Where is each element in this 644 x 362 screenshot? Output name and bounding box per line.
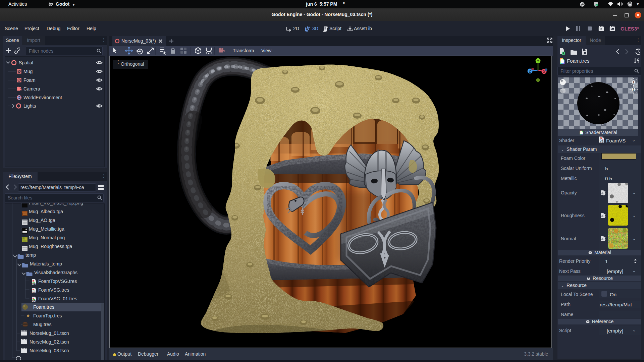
svg-text:VisualShaderGraphs: VisualShaderGraphs	[34, 270, 77, 275]
svg-text:FoamTopVSG.tres: FoamTopVSG.tres	[38, 279, 77, 284]
svg-text:Foam_VC_Mask_Top.png: Foam_VC_Mask_Top.png	[29, 203, 83, 205]
svg-text:View: View	[261, 48, 272, 53]
svg-text:Mug_AO.tga: Mug_AO.tga	[29, 218, 55, 223]
svg-text:FoamVSG_01.tres: FoamVSG_01.tres	[38, 296, 77, 301]
svg-text:Spatial: Spatial	[19, 60, 33, 65]
svg-text:Mug_Albedo.tga: Mug_Albedo.tga	[29, 209, 63, 214]
svg-text:VS: VS	[32, 282, 36, 285]
svg-text:Mug: Mug	[23, 69, 33, 74]
svg-text:FoamTop.tres: FoamTop.tres	[33, 313, 62, 318]
svg-text:NorseMug_03.tscn: NorseMug_03.tscn	[30, 348, 69, 353]
svg-text:Foam.tres: Foam.tres	[33, 304, 54, 310]
svg-text:2: 2	[633, 88, 635, 92]
svg-text:FoamVSG.tres: FoamVSG.tres	[38, 287, 69, 293]
svg-text:Transform: Transform	[233, 48, 254, 53]
svg-text:Z: Z	[529, 69, 531, 73]
svg-text:Mug_Roughness.tga: Mug_Roughness.tga	[29, 244, 72, 249]
svg-text:Mug.tres: Mug.tres	[33, 322, 51, 327]
svg-text:Mug_Normal.png: Mug_Normal.png	[29, 235, 65, 240]
svg-text:Foam: Foam	[23, 77, 36, 83]
svg-text:NorseMug_02.tscn: NorseMug_02.tscn	[30, 339, 69, 345]
svg-text:VS: VS	[600, 140, 604, 143]
svg-text:Y: Y	[537, 59, 540, 63]
svg-text:Mug_Metallic.tga: Mug_Metallic.tga	[29, 226, 64, 232]
svg-text:1: 1	[633, 80, 635, 84]
svg-text:WorldEnvironment: WorldEnvironment	[23, 95, 62, 100]
svg-text:NorseMug_01.tscn: NorseMug_01.tscn	[30, 330, 69, 336]
svg-text:temp: temp	[25, 252, 36, 258]
svg-text:Lights: Lights	[23, 103, 36, 109]
svg-text:Materials_temp: Materials_temp	[30, 261, 62, 266]
svg-text:Camera: Camera	[23, 86, 40, 92]
svg-text:VS: VS	[32, 291, 36, 294]
svg-text:VS: VS	[32, 300, 36, 303]
